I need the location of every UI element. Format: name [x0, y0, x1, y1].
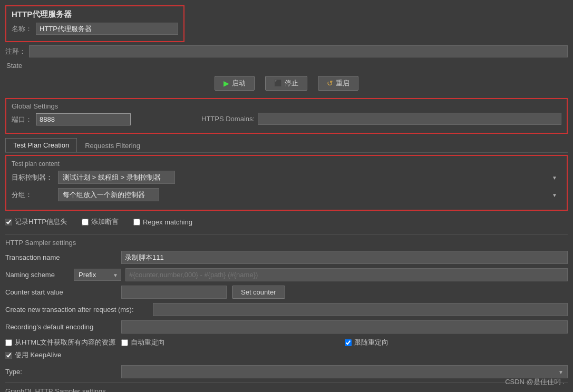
divider-2 [5, 383, 568, 383]
type-label: Type: [5, 368, 121, 376]
encoding-label: Recording's default encoding [5, 323, 121, 331]
checkbox-row-2: 从HTML文件获取所有内容的资源 自动重定向 跟随重定向 [5, 338, 568, 347]
add-assertion-checkbox[interactable]: 添加断言 [82, 217, 119, 227]
tab-requests-filtering[interactable]: Requests Filtering [77, 139, 148, 152]
regex-matching-label: Regex matching [143, 218, 192, 226]
transaction-row: Transaction name [5, 251, 568, 264]
https-label: HTTPS Domains: [201, 115, 255, 123]
https-domains-row: HTTPS Domains: [201, 113, 561, 125]
reset-button[interactable]: ↺ 重启 [318, 76, 358, 91]
stop-label: 停止 [285, 79, 298, 88]
keepalive-checkbox[interactable]: 使用 KeepAlive [5, 350, 61, 360]
follow-redirect-check[interactable] [345, 339, 352, 346]
fetch-html-check[interactable] [5, 339, 12, 346]
tab-test-plan-creation[interactable]: Test Plan Creation [5, 138, 77, 152]
record-http-checkbox[interactable]: 记录HTTP信息头 [5, 217, 67, 227]
state-buttons: ▶ 启动 ⬛ 停止 ↺ 重启 [5, 73, 568, 94]
encoding-input[interactable] [121, 320, 568, 334]
auto-redirect-check[interactable] [121, 339, 128, 346]
stop-button[interactable]: ⬛ 停止 [265, 76, 307, 91]
counter-input[interactable] [121, 286, 227, 299]
follow-redirect-label: 跟随重定向 [354, 338, 389, 347]
http-sampler-title: HTTP Sampler settings [5, 239, 568, 247]
type-select-wrapper [121, 365, 568, 378]
name-input[interactable] [36, 23, 178, 35]
name-section: HTTP代理服务器 名称： [5, 5, 184, 42]
play-icon: ▶ [224, 79, 229, 87]
create-trans-input[interactable] [153, 303, 568, 316]
transaction-input[interactable] [121, 251, 568, 264]
record-http-check[interactable] [5, 219, 12, 226]
naming-row: Naming scheme Prefix [5, 268, 568, 281]
port-row: 端口： [12, 113, 191, 125]
stop-icon: ⬛ [274, 80, 282, 87]
reset-label: 重启 [336, 79, 349, 88]
section-title: HTTP代理服务器 [12, 9, 178, 19]
graphql-title: GraphQL HTTP Sampler settings [5, 387, 568, 392]
test-plan-content-title: Test plan content [12, 160, 561, 168]
type-row: Type: [5, 365, 568, 378]
keepalive-row: 使用 KeepAlive [5, 350, 568, 360]
port-label: 端口： [12, 115, 33, 124]
type-select[interactable] [121, 365, 568, 378]
test-plan-content-box: Test plan content 目标控制器： 测试计划 > 线程组 > 录制… [5, 155, 568, 211]
group-label: 分组： [12, 190, 54, 200]
tabs-row: Test Plan Creation Requests Filtering [5, 138, 568, 153]
record-http-label: 记录HTTP信息头 [15, 217, 67, 227]
https-input[interactable] [258, 113, 561, 125]
keepalive-label: 使用 KeepAlive [15, 350, 61, 360]
auto-redirect-label: 自动重定向 [131, 338, 165, 347]
group-row: 分组： 每个组放入一个新的控制器 [12, 188, 561, 201]
fetch-html-checkbox[interactable]: 从HTML文件获取所有内容的资源 [5, 338, 121, 347]
target-label: 目标控制器： [12, 173, 54, 182]
target-select-wrapper: 测试计划 > 线程组 > 录制控制器 [58, 171, 561, 184]
state-label: State [5, 62, 568, 70]
start-button[interactable]: ▶ 启动 [215, 76, 255, 91]
start-label: 启动 [232, 79, 246, 88]
create-trans-label: Create new transaction after request (ms… [5, 306, 153, 313]
naming-select[interactable]: Prefix [74, 269, 121, 281]
target-select[interactable]: 测试计划 > 线程组 > 录制控制器 [58, 171, 175, 184]
target-controller-row: 目标控制器： 测试计划 > 线程组 > 录制控制器 [12, 171, 561, 184]
follow-redirect-checkbox[interactable]: 跟随重定向 [345, 338, 568, 347]
name-label: 名称： [12, 24, 33, 34]
naming-pattern-input[interactable] [125, 268, 568, 281]
comment-input[interactable] [29, 45, 568, 57]
port-input[interactable] [36, 113, 131, 125]
regex-matching-check[interactable] [133, 219, 140, 226]
global-left: Global Settings 端口： [12, 102, 191, 128]
global-settings-section: Global Settings 端口： HTTPS Domains: [5, 98, 568, 134]
global-settings-title: Global Settings [12, 102, 191, 110]
comment-row: 注释： [5, 44, 568, 58]
divider-1 [5, 234, 568, 234]
group-select-wrapper: 每个组放入一个新的控制器 [58, 188, 561, 201]
transaction-label: Transaction name [5, 253, 121, 261]
checkbox-row-1: 记录HTTP信息头 添加断言 Regex matching [5, 215, 568, 229]
create-trans-row: Create new transaction after request (ms… [5, 303, 568, 316]
watermark: CSDN @是佳佳叼 . [505, 377, 565, 387]
naming-label: Naming scheme [5, 271, 74, 279]
set-counter-button[interactable]: Set counter [232, 286, 285, 299]
naming-select-wrapper: Prefix [74, 269, 121, 281]
add-assertion-check[interactable] [82, 219, 89, 226]
keepalive-check[interactable] [5, 352, 12, 359]
auto-redirect-checkbox[interactable]: 自动重定向 [121, 338, 345, 347]
regex-matching-checkbox[interactable]: Regex matching [133, 218, 192, 226]
comment-label: 注释： [5, 47, 26, 56]
add-assertion-label: 添加断言 [91, 217, 119, 227]
reset-icon: ↺ [327, 79, 333, 87]
fetch-html-label: 从HTML文件获取所有内容的资源 [15, 338, 115, 347]
group-select[interactable]: 每个组放入一个新的控制器 [58, 188, 159, 201]
counter-label: Counter start value [5, 288, 121, 296]
encoding-row: Recording's default encoding [5, 320, 568, 334]
counter-row: Counter start value Set counter [5, 286, 568, 299]
